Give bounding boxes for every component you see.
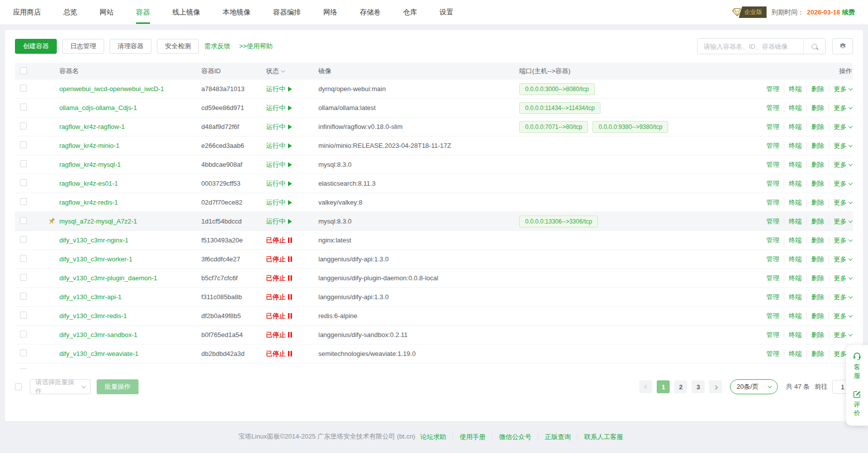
action-terminal-link[interactable]: 终端 [784,255,806,264]
row-checkbox[interactable] [20,236,27,243]
container-name-link[interactable]: ragflow_kr4z-ragflow-1 [59,123,125,130]
action-manage-link[interactable]: 管理 [762,179,784,188]
action-manage-link[interactable]: 管理 [762,368,784,370]
review-button[interactable]: 评价 [853,390,861,418]
action-delete-link[interactable]: 删除 [806,312,829,321]
row-checkbox[interactable] [20,160,27,167]
action-delete-link[interactable]: 删除 [806,85,829,94]
action-terminal-link[interactable]: 终端 [784,160,806,169]
nav-tab[interactable]: 线上镜像 [172,0,200,24]
action-manage-link[interactable]: 管理 [762,349,784,358]
container-name-link[interactable]: dify_v130_c3mr-db-1 [59,369,120,369]
footer-link[interactable]: 论坛求助 [415,434,452,440]
action-delete-link[interactable]: 删除 [806,274,829,283]
container-name-link[interactable]: openwebui_iwcd-openwebui_iwcD-1 [59,85,164,93]
action-terminal-link[interactable]: 终端 [784,236,806,245]
action-terminal-link[interactable]: 终端 [784,141,806,150]
feedback-link[interactable]: 需求反馈 [204,42,230,51]
row-checkbox[interactable] [20,179,27,186]
action-delete-link[interactable]: 删除 [806,217,829,226]
action-manage-link[interactable]: 管理 [762,331,784,340]
action-terminal-link[interactable]: 终端 [784,293,806,302]
nav-tab[interactable]: 存储卷 [360,0,381,24]
action-more-link[interactable]: 更多 [829,312,852,321]
action-manage-link[interactable]: 管理 [762,198,784,207]
nav-tab[interactable]: 网站 [100,0,114,24]
container-name-link[interactable]: ragflow_kr4z-es01-1 [59,180,118,187]
action-more-link[interactable]: 更多 [829,85,852,94]
row-checkbox[interactable] [20,368,27,369]
action-terminal-link[interactable]: 终端 [784,85,806,94]
row-checkbox[interactable] [20,104,27,111]
row-checkbox[interactable] [20,349,27,356]
action-manage-link[interactable]: 管理 [762,274,784,283]
search-button[interactable] [803,39,825,54]
search-input[interactable] [698,39,803,54]
action-manage-link[interactable]: 管理 [762,141,784,150]
select-all-checkbox[interactable] [20,67,27,74]
row-checkbox[interactable] [20,217,27,224]
action-delete-link[interactable]: 删除 [806,331,829,340]
row-checkbox[interactable] [20,312,27,319]
page-button-1[interactable]: 1 [657,380,670,393]
container-name-link[interactable]: dify_v130_c3mr-plugin_daemon-1 [59,274,157,282]
row-checkbox[interactable] [20,85,27,92]
action-manage-link[interactable]: 管理 [762,217,784,226]
action-delete-link[interactable]: 删除 [806,236,829,245]
action-terminal-link[interactable]: 终端 [784,122,806,131]
row-checkbox[interactable] [20,274,27,281]
nav-tab[interactable]: 设置 [439,0,453,24]
column-header-status[interactable]: 状态 [266,67,318,76]
action-more-link[interactable]: 更多 [829,122,852,131]
container-name-link[interactable]: mysql_a7z2-mysql_A7z2-1 [59,218,137,225]
batch-select-checkbox[interactable] [15,383,22,390]
container-name-link[interactable]: dify_v130_c3mr-sandbox-1 [59,331,138,339]
security-check-button[interactable]: 安全检测 [157,39,199,54]
footer-link[interactable]: 正版查询 [538,434,577,440]
action-terminal-link[interactable]: 终端 [784,349,806,358]
action-delete-link[interactable]: 删除 [806,122,829,131]
batch-apply-button[interactable]: 批量操作 [97,379,139,394]
container-name-link[interactable]: dify_v130_c3mr-worker-1 [59,255,133,263]
action-delete-link[interactable]: 删除 [806,293,829,302]
nav-tab[interactable]: 容器 [136,0,150,24]
customer-service-button[interactable]: 客服 [853,352,862,380]
action-more-link[interactable]: 更多 [829,255,852,264]
renew-link[interactable]: 续费 [842,8,855,17]
container-name-link[interactable]: ollama_cdjs-ollama_Cdjs-1 [59,104,137,112]
nav-tab[interactable]: 应用商店 [13,0,41,24]
nav-tab[interactable]: 总览 [63,0,77,24]
action-delete-link[interactable]: 删除 [806,255,829,264]
row-checkbox[interactable] [20,141,27,148]
nav-tab[interactable]: 容器编排 [273,0,301,24]
container-name-link[interactable]: dify_v130_c3mr-weaviate-1 [59,350,139,357]
action-more-link[interactable]: 更多 [829,217,852,226]
action-delete-link[interactable]: 删除 [806,179,829,188]
action-terminal-link[interactable]: 终端 [784,198,806,207]
action-manage-link[interactable]: 管理 [762,255,784,264]
action-more-link[interactable]: 更多 [829,236,852,245]
nav-tab[interactable]: 网络 [323,0,337,24]
page-button-2[interactable]: 2 [674,380,687,393]
footer-link[interactable]: 使用手册 [452,434,492,440]
action-manage-link[interactable]: 管理 [762,312,784,321]
action-manage-link[interactable]: 管理 [762,236,784,245]
action-delete-link[interactable]: 删除 [806,368,829,370]
action-more-link[interactable]: 更多 [829,104,852,113]
action-terminal-link[interactable]: 终端 [784,217,806,226]
action-terminal-link[interactable]: 终端 [784,368,806,370]
vip-badge[interactable]: 企业版 [732,6,767,18]
action-terminal-link[interactable]: 终端 [784,179,806,188]
action-delete-link[interactable]: 删除 [806,198,829,207]
footer-link[interactable]: 联系人工客服 [577,434,629,440]
container-name-link[interactable]: ragflow_kr4z-mysql-1 [59,161,121,168]
container-name-link[interactable]: ragflow_kr4z-minio-1 [59,142,120,149]
nav-tab[interactable]: 仓库 [403,0,417,24]
action-more-link[interactable]: 更多 [829,198,852,207]
container-name-link[interactable]: ragflow_kr4z-redis-1 [59,199,118,206]
action-manage-link[interactable]: 管理 [762,104,784,113]
container-name-link[interactable]: dify_v130_c3mr-api-1 [59,293,122,301]
action-manage-link[interactable]: 管理 [762,160,784,169]
action-delete-link[interactable]: 删除 [806,160,829,169]
action-delete-link[interactable]: 删除 [806,349,829,358]
